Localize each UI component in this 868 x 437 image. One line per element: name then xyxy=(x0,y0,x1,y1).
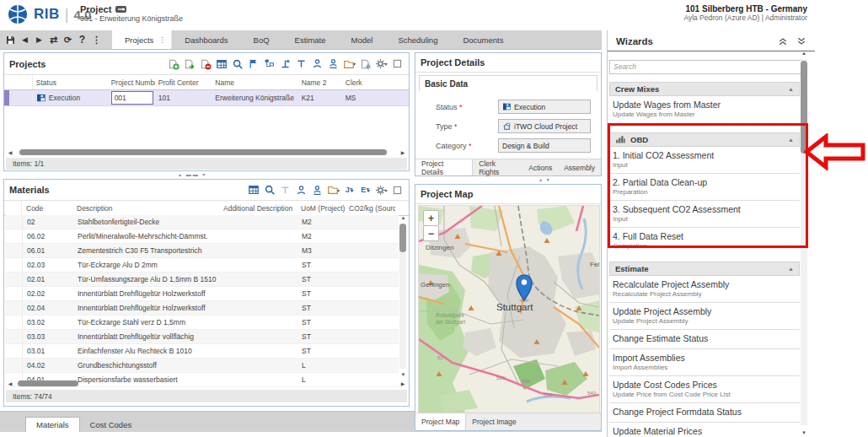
sync-icon[interactable]: ⇄ xyxy=(46,33,61,46)
wizard-item[interactable]: Update Material Prices Update Price from… xyxy=(609,423,800,437)
search-icon[interactable] xyxy=(263,184,276,196)
material-row[interactable]: 02Stahlbetonfertigteil-DeckeM2 xyxy=(5,215,399,229)
subtab-project-image[interactable]: Project Image xyxy=(466,413,522,430)
horizontal-splitter[interactable]: ▴ ▬▬ ▾ xyxy=(179,171,206,177)
material-row[interactable]: 02.01Tür-Umfassungszarge Alu D 1,5mm B 1… xyxy=(5,272,399,287)
project-number-cell[interactable]: 001 xyxy=(111,91,153,105)
wizard-item[interactable]: 2. Partial Data Clean-up Preparation xyxy=(609,174,800,201)
subtab-clerk-rights[interactable]: Clerk Rights xyxy=(473,159,522,175)
wizard-item[interactable]: 4. Full Data Reset Completion xyxy=(609,228,800,254)
col-description[interactable]: Description xyxy=(77,204,223,213)
map-zoom-out-button[interactable]: − xyxy=(423,225,439,241)
delete-record-icon[interactable] xyxy=(199,58,212,70)
wizard-item[interactable]: 3. Subsequent CO2 Assessment Input xyxy=(609,201,800,228)
subtab-project-map[interactable]: Project Map xyxy=(415,413,466,430)
dock-tab-cost-codes[interactable]: Cost Codes xyxy=(80,418,142,432)
tab-scheduling[interactable]: Scheduling xyxy=(385,30,450,49)
pin-column-icon[interactable] xyxy=(279,58,292,70)
new-sub-record-icon[interactable] xyxy=(183,58,196,70)
section-header-crew-mixes[interactable]: Crew Mixes▲ xyxy=(609,82,800,96)
projects-hscrollbar[interactable]: ◀▶ xyxy=(6,148,407,157)
col-uom[interactable]: UoM (Project) xyxy=(301,204,349,213)
collapse-section-icon[interactable]: ▲ xyxy=(788,266,794,272)
col-clerk[interactable]: Clerk xyxy=(346,78,409,87)
subtab-assembly[interactable]: Assembly xyxy=(558,159,601,175)
tab-projects[interactable]: Projects xyxy=(112,30,157,49)
pin-icon[interactable] xyxy=(115,5,126,13)
horizontal-splitter[interactable]: ▴ ▾ xyxy=(539,176,551,182)
tab-projects-menu-icon[interactable]: ⋮ xyxy=(157,30,172,49)
col-co2[interactable]: CO2/kg (Source) xyxy=(349,204,395,213)
job-total-sort-icon[interactable]: JT▾ xyxy=(343,184,356,196)
wizard-item[interactable]: Update Cost Codes Prices Update Price fr… xyxy=(609,376,800,403)
user-settings-icon[interactable] xyxy=(311,184,324,196)
user-settings-icon[interactable] xyxy=(327,58,340,70)
col-profit-center[interactable]: Profit Center xyxy=(155,78,216,87)
material-row[interactable]: 03.02Tür-Eckzarge Stahl verz D 1,5mmST xyxy=(5,316,399,330)
section-header-obd[interactable]: OBD ▲ xyxy=(609,132,800,147)
profit-center-cell[interactable]: 101 xyxy=(155,94,216,102)
estimate-total-sort-icon[interactable]: ET▾ xyxy=(359,184,372,196)
wizard-search-input[interactable] xyxy=(609,60,801,74)
material-row[interactable]: 02.04Innentürblatt Drehflügeltür Holzwer… xyxy=(5,301,399,316)
hierarchy-icon[interactable] xyxy=(263,58,276,70)
wizard-item[interactable]: 1. Initial CO2 Assessment Input xyxy=(609,147,800,174)
layout-box-icon[interactable] xyxy=(391,58,404,70)
col-project-number[interactable]: Project Number xyxy=(111,78,155,87)
forward-icon[interactable]: ▶ xyxy=(32,33,46,46)
subtab-project-details[interactable]: Project Details xyxy=(415,159,473,175)
tab-documents[interactable]: Documents xyxy=(450,30,516,49)
col-code[interactable]: Code xyxy=(22,204,77,213)
wizard-item[interactable]: Change Project Formdata Status xyxy=(609,403,800,423)
tab-model[interactable]: Model xyxy=(339,30,386,49)
project-name2-cell[interactable]: K21 xyxy=(302,94,346,102)
settings-gear-icon[interactable]: ▾ xyxy=(375,58,388,70)
user-filter-icon[interactable] xyxy=(311,58,324,70)
material-row[interactable]: 02.02Innentürblatt Drehflügeltür Holzwer… xyxy=(5,287,399,301)
back-icon[interactable]: ◀ xyxy=(18,33,32,46)
section-header-estimate[interactable]: Estimate▲ xyxy=(609,262,800,276)
settings-gear-icon[interactable]: ▾ xyxy=(375,184,388,196)
new-record-icon[interactable] xyxy=(167,58,179,70)
tab-estimate[interactable]: Estimate xyxy=(282,30,339,49)
materials-vscrollbar[interactable]: ▲ ▼ xyxy=(399,215,407,377)
help-icon[interactable]: ? xyxy=(75,33,89,46)
refresh-icon[interactable]: ⟳ xyxy=(61,33,75,46)
col-additional-description[interactable]: Additional Description xyxy=(223,204,301,213)
goto-flag-icon[interactable] xyxy=(247,58,260,70)
user-filter-icon[interactable] xyxy=(295,184,308,196)
grid-settings-icon[interactable] xyxy=(247,184,260,196)
layout-box-icon[interactable] xyxy=(391,184,404,196)
filter-column-icon[interactable] xyxy=(279,184,292,196)
material-row[interactable]: 06.02Perlit/Mineralwolle-Mehrschicht-Däm… xyxy=(5,229,399,244)
grid-settings-icon[interactable] xyxy=(215,58,228,70)
wizard-item[interactable]: Update Wages from Master Update Wages fr… xyxy=(609,96,800,127)
material-row[interactable]: 03.01Einfachfenster Alu Rechteck B 1010S… xyxy=(5,344,399,359)
collapse-all-icon[interactable] xyxy=(778,36,788,46)
tab-dashboards[interactable]: Dashboards xyxy=(172,30,240,49)
dock-tab-materials[interactable]: Materials xyxy=(25,417,80,432)
material-row[interactable]: 03.03Innentürblatt Drehflügeltür vollflä… xyxy=(5,330,399,344)
save-icon[interactable] xyxy=(3,33,18,46)
wizard-item[interactable]: Import Assemblies Import Assemblies xyxy=(609,349,800,376)
export-settings-icon[interactable] xyxy=(359,58,372,70)
project-row-selected[interactable]: Execution 001 101 Erweiterung Königstraß… xyxy=(4,90,409,106)
tab-boq[interactable]: BoQ xyxy=(241,30,282,49)
collapse-section-icon[interactable]: ▲ xyxy=(788,86,794,92)
wizard-item[interactable]: Recalculate Project Assembly Recalculate… xyxy=(609,276,800,303)
expand-all-icon[interactable] xyxy=(796,36,806,46)
search-icon[interactable] xyxy=(231,58,244,70)
basic-data-section-header[interactable]: Basic Data xyxy=(419,75,597,91)
materials-hscrollbar[interactable]: ◀▶ xyxy=(6,379,407,388)
folder-menu-icon[interactable]: ▾ xyxy=(343,58,356,70)
more-icon[interactable]: ⋮ xyxy=(89,33,104,46)
project-name-cell[interactable]: Erweiterung Königstraße xyxy=(215,94,301,102)
material-row[interactable]: 06.01Zementestrich C30 F5 Transportestri… xyxy=(5,244,399,258)
wizard-item[interactable]: Change Estimate Status xyxy=(609,330,800,349)
subtab-actions[interactable]: Actions xyxy=(522,159,558,175)
col-status[interactable]: Status xyxy=(33,78,111,87)
filter-column-icon[interactable] xyxy=(295,58,308,70)
material-row[interactable]: 02.03Tür-Eckzarge Alu D 2mmST xyxy=(5,258,399,272)
clerk-cell[interactable]: MS xyxy=(346,94,409,102)
col-name[interactable]: Name xyxy=(215,78,301,87)
